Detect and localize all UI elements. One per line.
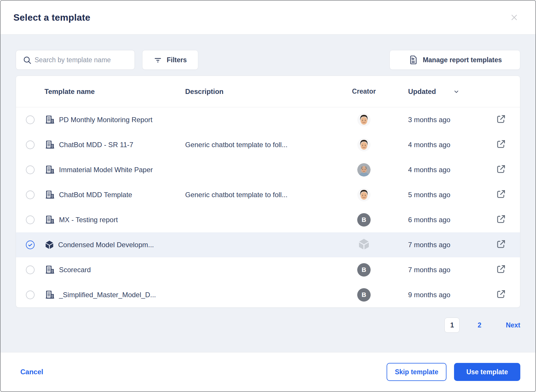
- filter-icon: [153, 56, 162, 64]
- table-row[interactable]: Condensed Model Developm... 7 months ago: [16, 232, 520, 257]
- template-name: Scorecard: [59, 266, 91, 274]
- template-radio[interactable]: [26, 266, 35, 274]
- table-row[interactable]: ChatBot MDD TemplateGeneric chatbot temp…: [16, 182, 520, 207]
- report-template-icon: [44, 140, 55, 150]
- pagination: 1 2 Next: [16, 318, 520, 333]
- column-description: Description: [171, 88, 334, 96]
- template-radio-selected[interactable]: [26, 240, 35, 249]
- open-in-new-tab-icon[interactable]: [495, 164, 506, 176]
- updated-value: 9 months ago: [408, 291, 450, 299]
- filters-button[interactable]: Filters: [142, 50, 198, 70]
- template-radio[interactable]: [26, 291, 35, 299]
- chevron-down-icon[interactable]: [453, 88, 460, 95]
- modal-footer: Cancel Skip template Use template: [1, 352, 535, 391]
- column-updated[interactable]: Updated: [394, 88, 481, 96]
- manage-report-templates-button[interactable]: Manage report templates: [390, 50, 520, 70]
- cube-logo-icon: [44, 240, 54, 250]
- template-description: Generic chatbot template to foll...: [185, 191, 287, 199]
- table-row[interactable]: ScorecardB7 months ago: [16, 257, 520, 282]
- close-icon[interactable]: [509, 13, 519, 22]
- search-icon: [22, 55, 32, 65]
- toolbar: Filters Manage report templates: [16, 50, 520, 70]
- table-row[interactable]: MX - Testing reportB6 months ago: [16, 207, 520, 232]
- template-description: Generic chatbot template to foll...: [185, 141, 287, 149]
- skip-template-button[interactable]: Skip template: [387, 363, 446, 381]
- template-radio[interactable]: [26, 215, 35, 224]
- select-template-modal: Select a template Filters Manage report …: [0, 0, 536, 392]
- template-name: MX - Testing report: [59, 216, 118, 224]
- next-page-button[interactable]: Next: [506, 321, 520, 329]
- creator-avatar-photo: [357, 138, 371, 152]
- table-header-row: Template name Description Creator Update…: [16, 76, 520, 107]
- template-name: ChatBot MDD Template: [59, 191, 132, 199]
- creator-avatar-initial: B: [357, 288, 371, 302]
- template-name: Immaterial Model White Paper: [59, 166, 153, 174]
- search-input[interactable]: [16, 50, 135, 70]
- creator-avatar-photo: [357, 188, 371, 202]
- search-box: [16, 50, 135, 70]
- creator-avatar-photo: [357, 163, 371, 177]
- template-name: _Simplified_Master_Model_D...: [59, 291, 156, 299]
- updated-value: 7 months ago: [408, 241, 450, 249]
- open-in-new-tab-icon[interactable]: [495, 264, 506, 276]
- page-2-button[interactable]: 2: [478, 321, 481, 329]
- use-template-button[interactable]: Use template: [454, 363, 520, 381]
- report-template-icon: [44, 290, 55, 300]
- open-in-new-tab-icon[interactable]: [495, 239, 506, 251]
- column-creator: Creator: [334, 88, 394, 95]
- template-name: Condensed Model Developm...: [58, 241, 154, 249]
- modal-header: Select a template: [1, 1, 535, 35]
- report-template-icon: [44, 265, 55, 275]
- column-template-name: Template name: [44, 88, 171, 96]
- creator-avatar-initial: B: [357, 263, 371, 277]
- updated-value: 5 months ago: [408, 191, 450, 199]
- updated-value: 6 months ago: [408, 216, 450, 224]
- open-in-new-tab-icon[interactable]: [495, 139, 506, 151]
- table-body: PD Monthly Monitoring Report 3 months ag…: [16, 107, 520, 307]
- report-template-icon: [44, 215, 55, 225]
- table-row[interactable]: ChatBot MDD - SR 11-7Generic chatbot tem…: [16, 132, 520, 157]
- creator-avatar-photo: [357, 113, 371, 126]
- modal-body: Filters Manage report templates Template…: [1, 35, 535, 352]
- footer-actions: Skip template Use template: [387, 363, 520, 381]
- template-name: PD Monthly Monitoring Report: [59, 116, 152, 124]
- open-in-new-tab-icon[interactable]: [495, 214, 506, 226]
- manage-label: Manage report templates: [423, 56, 502, 64]
- report-document-icon: [408, 55, 418, 65]
- open-in-new-tab-icon[interactable]: [495, 289, 506, 301]
- templates-table: Template name Description Creator Update…: [16, 76, 520, 308]
- filters-label: Filters: [167, 56, 187, 64]
- open-in-new-tab-icon[interactable]: [495, 189, 506, 201]
- report-template-icon: [44, 190, 55, 200]
- table-row[interactable]: PD Monthly Monitoring Report 3 months ag…: [16, 107, 520, 132]
- table-row[interactable]: Immaterial Model White Paper 4 months ag…: [16, 157, 520, 182]
- table-row[interactable]: _Simplified_Master_Model_D...B9 months a…: [16, 282, 520, 307]
- modal-title: Select a template: [13, 12, 90, 23]
- creator-cube-logo-icon: [358, 238, 370, 252]
- page-1-button[interactable]: 1: [444, 318, 460, 333]
- creator-avatar-initial: B: [357, 213, 371, 227]
- template-radio[interactable]: [26, 165, 35, 174]
- updated-value: 4 months ago: [408, 166, 450, 174]
- template-radio[interactable]: [26, 115, 35, 124]
- updated-value: 4 months ago: [408, 141, 450, 149]
- template-name: ChatBot MDD - SR 11-7: [59, 141, 133, 149]
- open-in-new-tab-icon[interactable]: [495, 114, 506, 126]
- cancel-button[interactable]: Cancel: [20, 368, 43, 376]
- report-template-icon: [44, 115, 55, 125]
- updated-value: 7 months ago: [408, 266, 450, 274]
- template-radio[interactable]: [26, 140, 35, 149]
- updated-value: 3 months ago: [408, 116, 450, 124]
- template-radio[interactable]: [26, 190, 35, 199]
- report-template-icon: [44, 165, 55, 175]
